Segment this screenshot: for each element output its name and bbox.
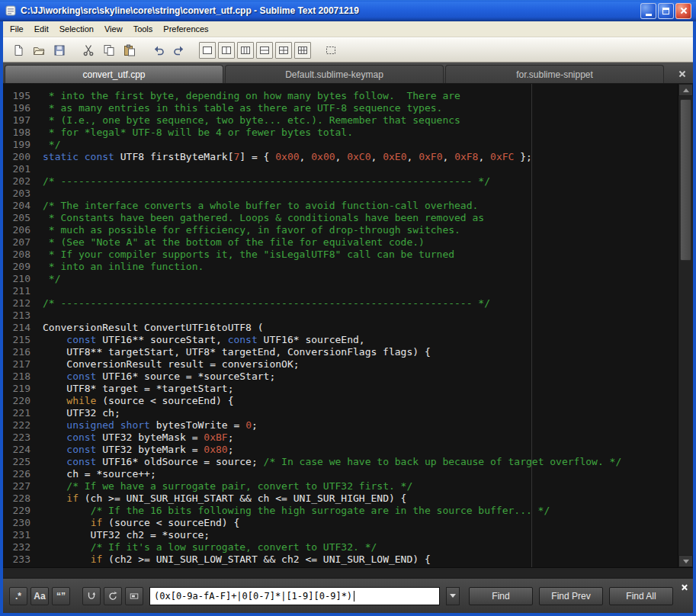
code-line[interactable]: /* The interface converts a whole buffer…: [43, 200, 678, 212]
code-line[interactable]: [43, 285, 678, 297]
paste-button[interactable]: [120, 41, 139, 59]
code-line[interactable]: /* -------------------------------------…: [43, 297, 678, 310]
code-line[interactable]: const UTF16** sourceStart, const UTF16* …: [43, 334, 678, 346]
scrollbar-thumb[interactable]: [680, 99, 691, 261]
code-line[interactable]: [43, 188, 678, 200]
case-sensitive-toggle[interactable]: Aa: [30, 587, 49, 605]
tabbar-close-button[interactable]: [673, 65, 691, 83]
code-line[interactable]: ch = ((ch - UNI_SUR_HIGH_START) << halfS…: [43, 566, 678, 567]
layout-3-columns-button[interactable]: [237, 42, 254, 59]
wrap-toggle[interactable]: [82, 587, 101, 605]
find-all-button[interactable]: Find All: [609, 587, 673, 605]
code-line[interactable]: while (source < sourceEnd) {: [43, 395, 678, 407]
open-folder-button[interactable]: [30, 41, 48, 59]
layout-single-button[interactable]: [199, 42, 216, 59]
code-line[interactable]: ch = *source++;: [43, 468, 678, 480]
code-line[interactable]: [43, 163, 678, 175]
code-line[interactable]: ConversionResult result = conversionOK;: [43, 358, 678, 371]
new-file-button[interactable]: [9, 41, 27, 59]
code-line[interactable]: if (ch >= UNI_SUR_HIGH_START && ch <= UN…: [43, 492, 678, 505]
menu-view[interactable]: View: [99, 22, 128, 36]
code-line[interactable]: UTF8* target = *targetStart;: [43, 383, 678, 395]
line-number: 221: [3, 407, 30, 419]
menu-selection[interactable]: Selection: [54, 22, 99, 36]
code-line[interactable]: const UTF32 byteMask = 0xBF;: [43, 432, 678, 444]
code-line[interactable]: UTF32 ch2 = *source;: [43, 529, 678, 541]
code-line[interactable]: if (source < sourceEnd) {: [43, 517, 678, 529]
code-line[interactable]: * into an inline function.: [43, 261, 678, 273]
menu-preferences[interactable]: Preferences: [158, 22, 213, 36]
redo-button[interactable]: [170, 41, 188, 59]
literal-toggle[interactable]: “”: [52, 587, 70, 605]
code-line[interactable]: [43, 310, 678, 322]
menu-tools[interactable]: Tools: [128, 22, 159, 36]
find-history-dropdown[interactable]: [446, 587, 460, 605]
tab-convert-utf-cpp[interactable]: convert_utf.cpp: [5, 65, 223, 83]
vertical-scrollbar[interactable]: [678, 84, 693, 567]
code-line[interactable]: */: [43, 273, 678, 285]
scroll-up-button[interactable]: [678, 84, 693, 96]
code-area[interactable]: * into the first byte, depending on how …: [37, 84, 678, 567]
maximize-icon: [662, 8, 669, 14]
minimize-button[interactable]: [640, 3, 656, 19]
titlebar[interactable]: C:\JJ\working\src\skyline\core\string\co…: [0, 0, 696, 21]
copy-button[interactable]: [100, 41, 118, 59]
code-line[interactable]: const UTF16* source = *sourceStart;: [43, 371, 678, 383]
code-line[interactable]: * into the first byte, depending on how …: [43, 90, 678, 102]
regex-toggle[interactable]: .*: [9, 587, 27, 605]
save-icon: [53, 44, 66, 56]
code-line[interactable]: const UTF16* oldSource = source; /* In c…: [43, 456, 678, 468]
find-bar-close-button[interactable]: [680, 582, 689, 592]
code-line[interactable]: /* -------------------------------------…: [43, 175, 678, 188]
layout-2-rows-button[interactable]: [256, 42, 273, 59]
code-line[interactable]: * (I.e., one byte sequence, two byte... …: [43, 114, 678, 127]
code-line[interactable]: * If your compiler supports it, the "isL…: [43, 249, 678, 261]
line-number: 227: [3, 480, 30, 492]
line-number: 203: [3, 188, 30, 200]
line-number: 207: [3, 236, 30, 249]
code-line[interactable]: unsigned short bytesToWrite = 0;: [43, 419, 678, 432]
code-line[interactable]: * for *legal* UTF-8 will be 4 or fewer b…: [43, 127, 678, 139]
code-line[interactable]: /* If the 16 bits following the high sur…: [43, 505, 678, 517]
find-button-group: FindFind PrevFind All: [469, 587, 673, 605]
code-line[interactable]: * (See "Note A" at the bottom of the fil…: [43, 236, 678, 249]
find-prev-button[interactable]: Find Prev: [539, 587, 603, 605]
app-icon: [5, 5, 17, 17]
code-line[interactable]: if (ch2 >= UNI_SUR_LOW_START && ch2 <= U…: [43, 553, 678, 566]
line-number: 216: [3, 346, 30, 358]
close-button[interactable]: [675, 3, 691, 19]
menu-file[interactable]: File: [5, 22, 29, 36]
layout-2-columns-button[interactable]: [218, 42, 235, 59]
find-button[interactable]: Find: [469, 587, 533, 605]
tab-default-sublime-keymap[interactable]: Default.sublime-keymap: [225, 65, 444, 83]
save-button[interactable]: [50, 41, 69, 59]
code-line[interactable]: ConversionResult ConvertUTF16toUTF8 (: [43, 322, 678, 334]
layout-grid-6-button[interactable]: [294, 42, 311, 59]
code-line[interactable]: */: [43, 139, 678, 151]
find-input[interactable]: (0x[0-9a-fA-F]+|0[0-7]*|[1-9][0-9]*): [149, 587, 440, 605]
selection-marquee-button[interactable]: [322, 41, 340, 59]
code-line[interactable]: * much as possible for efficiency, in fa…: [43, 224, 678, 236]
code-line[interactable]: const UTF32 byteMark = 0x80;: [43, 444, 678, 456]
maximize-button[interactable]: [658, 3, 674, 19]
undo-button[interactable]: [149, 41, 168, 59]
code-line[interactable]: /* If it's a low surrogate, convert to U…: [43, 541, 678, 553]
scroll-down-button[interactable]: [678, 555, 693, 567]
highlight-matches-toggle[interactable]: [125, 587, 143, 605]
scrollbar-track[interactable]: [678, 96, 693, 555]
code-line[interactable]: * Constants have been gathered. Loops & …: [43, 212, 678, 224]
code-line[interactable]: UTF8** targetStart, UTF8* targetEnd, Con…: [43, 346, 678, 358]
layout-grid-4-button[interactable]: [275, 42, 292, 59]
code-line[interactable]: static const UTF8 firstByteMark[7] = { 0…: [43, 151, 678, 163]
window-controls: [640, 3, 691, 19]
code-line[interactable]: * as many entries in this table as there…: [43, 102, 678, 114]
tab-for-sublime-snippet[interactable]: for.sublime-snippet: [445, 65, 664, 83]
code-line[interactable]: UTF32 ch;: [43, 407, 678, 419]
menu-edit[interactable]: Edit: [29, 22, 54, 36]
cut-button[interactable]: [79, 41, 98, 59]
horizontal-scrollbar[interactable]: [3, 567, 693, 578]
toolbar-group: [199, 42, 311, 59]
code-line[interactable]: /* If we have a surrogate pair, convert …: [43, 480, 678, 492]
line-number: 205: [3, 212, 30, 224]
reverse-toggle[interactable]: [104, 587, 122, 605]
